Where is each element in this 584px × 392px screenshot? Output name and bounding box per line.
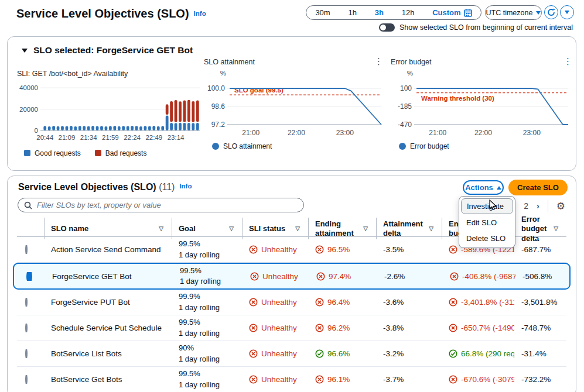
kebab-menu-icon[interactable]: ⋮ xyxy=(563,57,572,66)
menu-item-edit-slo[interactable]: Edit SLO xyxy=(461,215,513,230)
kebab-menu-icon[interactable]: ⋮ xyxy=(374,57,383,66)
legend-slo-attainment[interactable]: SLO attainment xyxy=(212,142,272,150)
page-2-button[interactable]: 2 xyxy=(524,201,528,211)
column-header-slo-name[interactable]: SLO name▽ xyxy=(44,215,172,243)
svg-text:100.0: 100.0 xyxy=(207,84,225,92)
table-row[interactable]: BotService Get Bots 99.5%1 day rolling U… xyxy=(17,367,566,392)
pagination: 2 › ⚙ xyxy=(524,200,565,212)
show-selected-slo-toggle[interactable] xyxy=(379,23,395,32)
sort-icon[interactable]: ▽ xyxy=(295,225,300,233)
column-header-sli-status[interactable]: SLI status▽ xyxy=(242,215,308,243)
time-range-12h[interactable]: 12h xyxy=(402,8,415,17)
table-row[interactable]: ForgeService GET Bot 99.5%1 day rolling … xyxy=(13,263,571,290)
ending-attainment-cell: 96.2% xyxy=(308,324,376,332)
create-slo-button[interactable]: Create SLO xyxy=(508,180,568,195)
error-status-icon xyxy=(249,349,258,358)
error-status-icon xyxy=(315,245,324,254)
attainment-line-chart[interactable]: %100.098.697.2SLO goal (99.5)21:0022:002… xyxy=(203,66,385,139)
ending-error-budget-cell: -670.6% (-30791 xyxy=(442,375,514,384)
ending-attainment-cell: 96.5% xyxy=(308,245,376,254)
sort-icon[interactable]: ▽ xyxy=(229,225,234,233)
row-radio-button[interactable] xyxy=(25,245,28,254)
ending-error-budget-cell: -3,401.8% (-3116 xyxy=(442,298,514,307)
time-range-1h[interactable]: 1h xyxy=(348,8,356,17)
error-budget-delta-cell: -31.4% xyxy=(514,349,566,358)
table-row[interactable]: Schedule Service Put Schedule 99.5%1 day… xyxy=(17,315,566,341)
row-radio-button[interactable] xyxy=(26,272,32,281)
error-status-icon xyxy=(315,298,324,307)
sort-icon[interactable]: ▽ xyxy=(159,225,163,233)
column-header-ending-attainment[interactable]: Ending attainment▽ xyxy=(308,215,376,243)
slo-name-cell: ForgeService PUT Bot xyxy=(44,298,172,307)
page-info-link[interactable]: Info xyxy=(194,10,206,17)
ending-attainment-cell: 96.4% xyxy=(308,298,376,307)
refresh-button[interactable] xyxy=(544,5,558,19)
time-range-custom[interactable]: Custom xyxy=(432,8,472,17)
table-count: (11) xyxy=(159,182,175,192)
error-status-icon xyxy=(449,324,457,332)
gear-icon[interactable]: ⚙ xyxy=(556,201,565,211)
sli-status-cell: Unhealthy xyxy=(243,272,309,281)
row-radio-button[interactable] xyxy=(25,375,28,384)
svg-text:23:14: 23:14 xyxy=(168,134,185,141)
slo-selected-panel: SLO selected: ForgeService GET Bot SLI: … xyxy=(7,36,576,171)
row-radio-button[interactable] xyxy=(25,324,28,332)
refresh-options-button[interactable] xyxy=(560,5,574,19)
time-range-3h[interactable]: 3h xyxy=(375,8,384,17)
next-page-icon[interactable]: › xyxy=(537,201,539,211)
error-status-icon xyxy=(249,245,258,254)
filter-input-wrapper xyxy=(18,198,304,212)
goal-cell: 99.5%1 day rolling xyxy=(173,266,243,287)
row-select-cell xyxy=(18,272,45,281)
divider xyxy=(548,200,548,212)
svg-text:40000: 40000 xyxy=(19,84,38,91)
timezone-selector[interactable]: UTC timezone xyxy=(485,5,542,20)
ending-attainment-cell: 97.4% xyxy=(309,272,377,281)
svg-text:%: % xyxy=(407,70,413,77)
ending-attainment-cell: 96.1% xyxy=(308,375,376,384)
chart-title: SLO attainment xyxy=(203,58,385,66)
sli-requests-chart: SLI: GET /bot/<bot_id> Availability 0200… xyxy=(15,64,203,157)
svg-text:20:44: 20:44 xyxy=(36,134,53,141)
sli-status-cell: Unhealthy xyxy=(242,245,308,254)
legend-error-budget[interactable]: Error budget xyxy=(399,142,449,150)
column-header-error-budget-delta[interactable]: Error budget delta▽ xyxy=(514,215,566,243)
svg-text:22:24: 22:24 xyxy=(124,134,141,141)
legend-good-requests[interactable]: Good requests xyxy=(24,149,81,157)
row-select-cell xyxy=(17,298,44,307)
time-range-30m[interactable]: 30m xyxy=(315,8,330,17)
row-select-cell xyxy=(17,324,44,332)
svg-text:21:00: 21:00 xyxy=(242,129,259,137)
error-status-icon xyxy=(249,375,258,384)
sort-icon[interactable]: ▽ xyxy=(554,225,558,233)
error-budget-delta-cell: -687.7% xyxy=(514,245,566,254)
error-status-icon xyxy=(449,375,457,384)
table-row[interactable]: ForgeService PUT Bot 99.9%1 day rolling … xyxy=(17,290,566,315)
sort-icon[interactable]: ▽ xyxy=(429,225,433,233)
svg-text:22:00: 22:00 xyxy=(474,129,492,137)
error-budget-delta-cell: -506.8% xyxy=(515,272,565,281)
menu-item-investigate[interactable]: Investigate xyxy=(461,198,513,214)
error-budget-line-chart[interactable]: %100-185-470Warning threshold (30)21:002… xyxy=(390,66,572,139)
row-radio-button[interactable] xyxy=(25,349,28,358)
legend-bad-requests[interactable]: Bad requests xyxy=(95,149,147,157)
attainment-delta-cell: -3.5% xyxy=(376,245,442,254)
svg-text:20000: 20000 xyxy=(19,106,38,113)
svg-text:23:00: 23:00 xyxy=(336,129,354,137)
filter-slos-input[interactable] xyxy=(37,201,298,209)
chart-legend: Good requests Bad requests xyxy=(24,149,203,157)
table-row[interactable]: BotService List Bots 90%1 day rolling Un… xyxy=(17,341,566,367)
calendar-icon xyxy=(464,9,472,17)
column-header-goal[interactable]: Goal▽ xyxy=(172,215,242,243)
goal-cell: 99.5%1 day rolling xyxy=(172,317,242,338)
table-info-link[interactable]: Info xyxy=(179,183,192,190)
sort-icon[interactable]: ▽ xyxy=(363,225,368,233)
actions-button[interactable]: Actions xyxy=(463,180,504,195)
column-header-attainment-delta[interactable]: Attainment delta▽ xyxy=(376,215,442,243)
requests-bar-chart[interactable]: 0200004000020:4421:0921:3421:5922:2422:4… xyxy=(15,78,203,146)
svg-text:SLO goal (99.5): SLO goal (99.5) xyxy=(234,87,284,94)
row-radio-button[interactable] xyxy=(25,298,28,307)
chart-legend: SLO attainment xyxy=(212,142,385,150)
menu-item-delete-slo[interactable]: Delete SLO xyxy=(461,231,513,246)
panel-collapse-header[interactable]: SLO selected: ForgeService GET Bot xyxy=(22,45,193,56)
